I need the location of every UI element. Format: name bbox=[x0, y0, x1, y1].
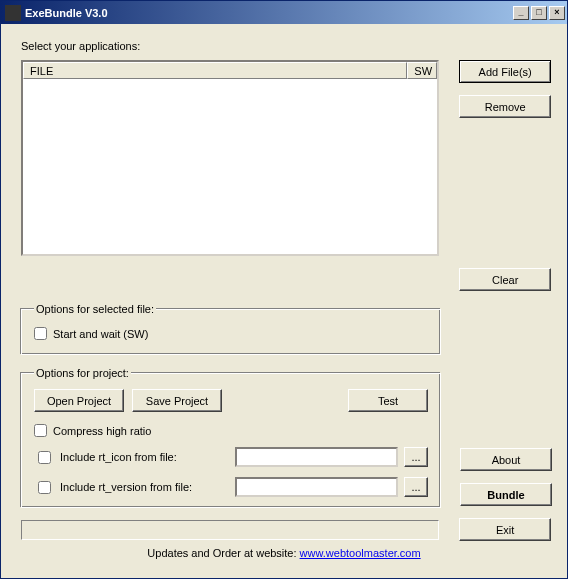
options-project-group: Options for project: Open Project Save P… bbox=[21, 367, 441, 508]
save-project-button[interactable]: Save Project bbox=[132, 389, 222, 412]
options-selected-file-legend: Options for selected file: bbox=[34, 303, 156, 315]
start-wait-label: Start and wait (SW) bbox=[53, 328, 148, 340]
start-wait-checkbox[interactable] bbox=[34, 327, 47, 340]
include-version-label: Include rt_version from file: bbox=[60, 481, 192, 493]
clear-button[interactable]: Clear bbox=[459, 268, 551, 291]
file-list[interactable]: FILE SW bbox=[21, 60, 439, 256]
remove-button[interactable]: Remove bbox=[459, 95, 551, 118]
version-path-input[interactable] bbox=[235, 477, 398, 497]
close-button[interactable]: × bbox=[549, 6, 565, 20]
include-icon-label: Include rt_icon from file: bbox=[60, 451, 177, 463]
minimize-button[interactable]: _ bbox=[513, 6, 529, 20]
compress-checkbox[interactable] bbox=[34, 424, 47, 437]
status-bar bbox=[21, 520, 439, 540]
select-apps-label: Select your applications: bbox=[21, 40, 567, 52]
browse-icon-button[interactable]: ... bbox=[404, 447, 428, 467]
footer: Updates and Order at website: www.webtoo… bbox=[1, 547, 567, 559]
options-selected-file-group: Options for selected file: Start and wai… bbox=[21, 303, 441, 355]
include-icon-checkbox[interactable] bbox=[38, 451, 51, 464]
browse-version-button[interactable]: ... bbox=[404, 477, 428, 497]
about-button[interactable]: About bbox=[460, 448, 552, 471]
test-button[interactable]: Test bbox=[348, 389, 428, 412]
open-project-button[interactable]: Open Project bbox=[34, 389, 124, 412]
maximize-button[interactable]: □ bbox=[531, 6, 547, 20]
exit-button[interactable]: Exit bbox=[459, 518, 551, 541]
options-project-legend: Options for project: bbox=[34, 367, 131, 379]
footer-prefix: Updates and Order at website: bbox=[147, 547, 299, 559]
window-title: ExeBundle V3.0 bbox=[25, 7, 511, 19]
include-version-checkbox[interactable] bbox=[38, 481, 51, 494]
add-files-button[interactable]: Add File(s) bbox=[459, 60, 551, 83]
footer-link[interactable]: www.webtoolmaster.com bbox=[300, 547, 421, 559]
title-bar: ExeBundle V3.0 _ □ × bbox=[1, 1, 567, 24]
icon-path-input[interactable] bbox=[235, 447, 398, 467]
column-header-sw[interactable]: SW bbox=[407, 62, 437, 79]
bundle-button[interactable]: Bundle bbox=[460, 483, 552, 506]
app-icon bbox=[5, 5, 21, 21]
compress-label: Compress high ratio bbox=[53, 425, 151, 437]
column-header-file[interactable]: FILE bbox=[23, 62, 407, 79]
